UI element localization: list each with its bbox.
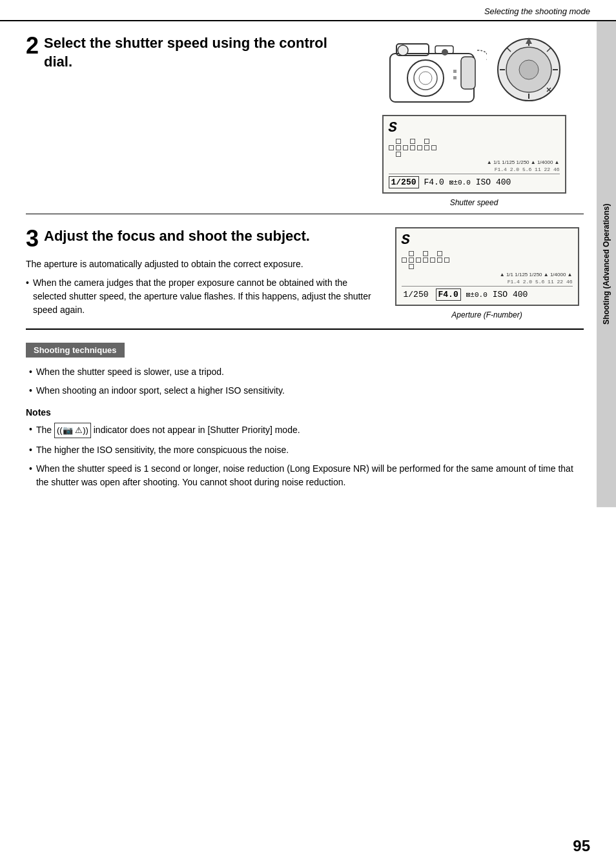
section-3-left: 3 Adjust the focus and shoot the subject… xyxy=(26,227,390,322)
lcd-bottom-3: 1/250 F4.0 ⊠±0.0 ISO 400 xyxy=(402,286,573,301)
svg-point-8 xyxy=(398,45,408,56)
svg-point-2 xyxy=(407,60,444,96)
side-tab: Shooting (Advanced Operations) xyxy=(597,21,616,507)
techniques-header: Shooting techniques xyxy=(26,343,125,358)
lcd-aperture-3: F4.0 xyxy=(436,288,461,301)
lcd-shutter-2: 1/250 xyxy=(389,176,419,188)
note-1: • The ((📷 ⚠)) indicator does not appear … xyxy=(29,423,584,438)
techniques-list: • When the shutter speed is slower, use … xyxy=(29,365,584,398)
notes-section: Notes • The ((📷 ⚠)) indicator does not a… xyxy=(26,407,584,489)
note-3: • When the shutter speed is 1 second or … xyxy=(29,462,584,489)
svg-rect-10 xyxy=(453,76,457,79)
svg-rect-7 xyxy=(461,57,475,89)
section-3: 3 Adjust the focus and shoot the subject… xyxy=(26,214,584,330)
lcd-iso-3: ISO 400 xyxy=(493,290,528,299)
step-2-title: 2 Select the shutter speed using the con… xyxy=(26,34,351,71)
page-header: Selecting the shooting mode xyxy=(0,0,616,21)
camera-shake-icon: ((📷 ⚠)) xyxy=(54,423,91,438)
page-number: 95 xyxy=(573,837,590,855)
bullet-dot-n2: • xyxy=(29,443,32,457)
lcd-iso-2: ISO 400 xyxy=(476,177,511,187)
lcd-ev-3: ⊠±0.0 xyxy=(466,290,488,299)
main-content: 2 Select the shutter speed using the con… xyxy=(0,21,597,507)
section-2-left: 2 Select the shutter speed using the con… xyxy=(26,34,364,77)
lcd-bottom-2: 1/250 F4.0 ⊠±0.0 ISO 400 xyxy=(389,174,560,188)
note-1-text: The ((📷 ⚠)) indicator does not appear in… xyxy=(36,423,300,438)
step-3-text: Adjust the focus and shoot the subject. xyxy=(44,228,310,244)
notes-list: • The ((📷 ⚠)) indicator does not appear … xyxy=(29,423,584,489)
lcd-s-2: S xyxy=(389,120,560,136)
bullet-dot-3: • xyxy=(26,276,29,317)
side-tab-label: Shooting (Advanced Operations) xyxy=(602,204,611,325)
section-2-right: S xyxy=(364,34,584,207)
svg-point-13 xyxy=(519,60,539,79)
bullet-dot-t1: • xyxy=(29,365,32,379)
lcd-display-2: S xyxy=(382,115,566,194)
technique-1: • When the shutter speed is slower, use … xyxy=(29,365,584,379)
bullet-dot-t2: • xyxy=(29,384,32,398)
note-2: • The higher the ISO sensitivity, the mo… xyxy=(29,443,584,457)
section-3-body: The aperture is automatically adjusted t… xyxy=(26,257,377,317)
note-3-text: When the shutter speed is 1 second or lo… xyxy=(36,462,584,489)
technique-2-text: When shooting an indoor sport, select a … xyxy=(36,384,285,398)
svg-point-4 xyxy=(419,72,432,85)
technique-1-text: When the shutter speed is slower, use a … xyxy=(36,365,224,379)
lcd-scale-3: ▲ 1/1 1/125 1/250 ▲ 1/4000 ▲ xyxy=(402,272,573,278)
technique-2: • When shooting an indoor sport, select … xyxy=(29,384,584,398)
note-1-suffix: indicator does not appear in [Shutter Pr… xyxy=(94,425,300,435)
header-title: Selecting the shooting mode xyxy=(484,6,590,16)
lcd-display-3: S xyxy=(395,227,579,306)
note-2-text: The higher the ISO sensitivity, the more… xyxy=(36,443,289,457)
shutter-speed-label: Shutter speed xyxy=(450,198,498,207)
content-area: 2 Select the shutter speed using the con… xyxy=(0,21,616,507)
lcd-s-3: S xyxy=(402,232,573,248)
lcd-grid-2 xyxy=(389,139,560,157)
section-3-bullet-text: When the camera judges that the proper e… xyxy=(33,276,377,317)
camera-illustrations xyxy=(384,34,564,105)
step-2-number: 2 xyxy=(26,34,39,57)
shooting-techniques-section: Shooting techniques • When the shutter s… xyxy=(26,343,584,398)
page-container: Selecting the shooting mode 2 Select the… xyxy=(0,0,616,868)
section-3-para: The aperture is automatically adjusted t… xyxy=(26,257,377,271)
section-3-bullet: • When the camera judges that the proper… xyxy=(26,276,377,317)
section-3-right: S xyxy=(390,227,584,319)
control-dial-icon xyxy=(493,34,564,105)
bullet-dot-n1: • xyxy=(29,423,32,438)
lcd-grid-3 xyxy=(402,251,573,269)
notes-title: Notes xyxy=(26,407,584,418)
section-2: 2 Select the shutter speed using the con… xyxy=(26,21,584,214)
lcd-sub-scale-3: F1.4 2.0 5.6 11 22 46 xyxy=(402,279,573,285)
svg-point-6 xyxy=(442,49,448,56)
lcd-ev-2: ⊠±0.0 xyxy=(449,178,471,187)
lcd-shutter-pre-3: 1/250 xyxy=(402,289,431,300)
lcd-aperture-2: F4.0 xyxy=(424,177,444,187)
svg-point-3 xyxy=(414,66,437,90)
svg-rect-9 xyxy=(453,70,457,73)
bullet-dot-n3: • xyxy=(29,462,32,489)
step-3-title: 3 Adjust the focus and shoot the subject… xyxy=(26,227,377,250)
lcd-scale-2: ▲ 1/1 1/125 1/250 ▲ 1/4000 ▲ xyxy=(389,159,560,165)
step-3-number: 3 xyxy=(26,227,39,250)
aperture-label: Aperture (F-number) xyxy=(451,310,522,319)
note-1-prefix: The xyxy=(36,425,52,435)
step-2-text: Select the shutter speed using the contr… xyxy=(44,35,327,70)
camera-body-icon xyxy=(384,34,487,105)
lcd-sub-scale-2: F1.4 2.0 5.6 11 22 46 xyxy=(389,167,560,172)
